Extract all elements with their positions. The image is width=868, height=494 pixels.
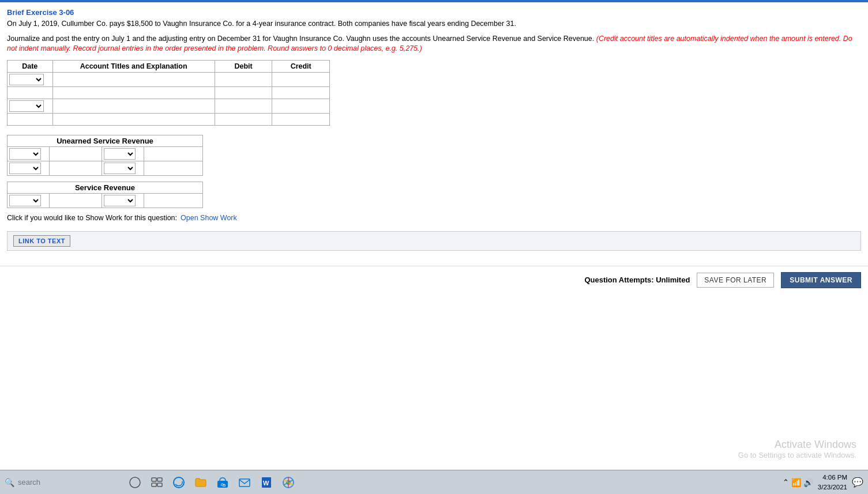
ledger-unearned-section: Unearned Service Revenue Jul 1 Dec 31 <box>7 135 861 176</box>
col-header-credit: Credit <box>272 60 330 72</box>
journal-account-4[interactable] <box>55 115 213 124</box>
problem-text: On July 1, 2019, Cullumber Co. pays $18,… <box>7 19 861 29</box>
ledger-unearned-row-2: Jul 1 Dec 31 Bal. Dr. Cr. <box>7 161 203 175</box>
journal-debit-3[interactable] <box>217 101 270 111</box>
question-attempts-label: Question Attempts: Unlimited <box>584 276 690 284</box>
exercise-title: Brief Exercise 3-06 <box>7 8 861 17</box>
ledger-service-bal-1[interactable] <box>146 196 192 205</box>
ledger-unearned-date-select-1[interactable]: Jul 1 Dec 31 <box>9 148 41 160</box>
journal-row-2 <box>7 86 330 99</box>
show-work-label: Click if you would like to Show Work for… <box>7 214 177 222</box>
bottom-action-bar: Question Attempts: Unlimited SAVE FOR LA… <box>0 266 868 294</box>
journal-debit-4[interactable] <box>217 115 270 124</box>
instructions: Journalize and post the entry on July 1 … <box>7 34 861 54</box>
ledger-service-table: Service Revenue Jul 1 Dec 31 <box>7 182 203 208</box>
journal-account-1[interactable] <box>55 75 213 84</box>
ledger-service-title: Service Revenue <box>7 182 203 193</box>
journal-date-1[interactable]: Jul 1 Dec 31 <box>7 72 53 86</box>
journal-date-select-3[interactable]: Jul 1 Dec 31 <box>9 100 44 112</box>
ledger-service-bal-select-1[interactable]: Bal. Dr. Cr. <box>104 195 136 206</box>
open-show-work-link[interactable]: Open Show Work <box>181 214 237 222</box>
save-for-later-button[interactable]: SAVE FOR LATER <box>697 273 774 288</box>
show-work-row: Click if you would like to Show Work for… <box>7 214 861 222</box>
instructions-plain: Journalize and post the entry on July 1 … <box>7 35 594 43</box>
link-to-text-bar: LINK TO TEXT <box>7 231 861 251</box>
journal-entry-table: Date Account Titles and Explanation Debi… <box>7 60 330 126</box>
ledger-unearned-bal-select-2[interactable]: Bal. Dr. Cr. <box>104 163 136 174</box>
ledger-service-amount-1[interactable] <box>51 196 92 205</box>
journal-debit-1[interactable] <box>217 75 270 84</box>
journal-date-select-1[interactable]: Jul 1 Dec 31 <box>9 74 44 85</box>
ledger-unearned-date-select-2[interactable]: Jul 1 Dec 31 <box>9 163 41 174</box>
journal-row-1: Jul 1 Dec 31 <box>7 72 330 86</box>
ledger-unearned-bal-1[interactable] <box>146 149 192 159</box>
link-to-text-button[interactable]: LINK TO TEXT <box>13 235 70 247</box>
ledger-unearned-bal-select-1[interactable]: Bal. Dr. Cr. <box>104 148 136 160</box>
ledger-unearned-title: Unearned Service Revenue <box>7 135 203 146</box>
ledger-unearned-row-1: Jul 1 Dec 31 Bal. Dr. Cr. <box>7 146 203 161</box>
main-content: Brief Exercise 3-06 On July 1, 2019, Cul… <box>0 2 868 266</box>
journal-row-3: Jul 1 Dec 31 <box>7 99 330 113</box>
col-header-date: Date <box>7 60 53 72</box>
col-header-account: Account Titles and Explanation <box>52 60 215 72</box>
ledger-service-section: Service Revenue Jul 1 Dec 31 <box>7 182 861 208</box>
ledger-unearned-header-row: Unearned Service Revenue <box>7 135 203 146</box>
journal-row-4 <box>7 113 330 125</box>
journal-credit-4[interactable] <box>274 115 328 124</box>
journal-account-3[interactable] <box>55 101 213 111</box>
journal-account-2[interactable] <box>55 88 213 97</box>
col-header-debit: Debit <box>215 60 272 72</box>
journal-debit-2[interactable] <box>217 88 270 97</box>
submit-answer-button[interactable]: SUBMIT ANSWER <box>781 272 861 288</box>
journal-credit-3[interactable] <box>274 101 328 111</box>
ledger-service-header-row: Service Revenue <box>7 182 203 193</box>
ledger-service-date-select-1[interactable]: Jul 1 Dec 31 <box>9 195 41 206</box>
ledger-service-row-1: Jul 1 Dec 31 Bal. Dr. Cr. <box>7 193 203 208</box>
ledger-unearned-amount-1[interactable] <box>51 149 92 159</box>
ledger-unearned-amount-2[interactable] <box>51 164 92 173</box>
journal-credit-2[interactable] <box>274 88 328 97</box>
ledger-unearned-table: Unearned Service Revenue Jul 1 Dec 31 <box>7 135 203 176</box>
journal-credit-1[interactable] <box>274 75 328 84</box>
ledger-unearned-bal-2[interactable] <box>146 164 192 173</box>
